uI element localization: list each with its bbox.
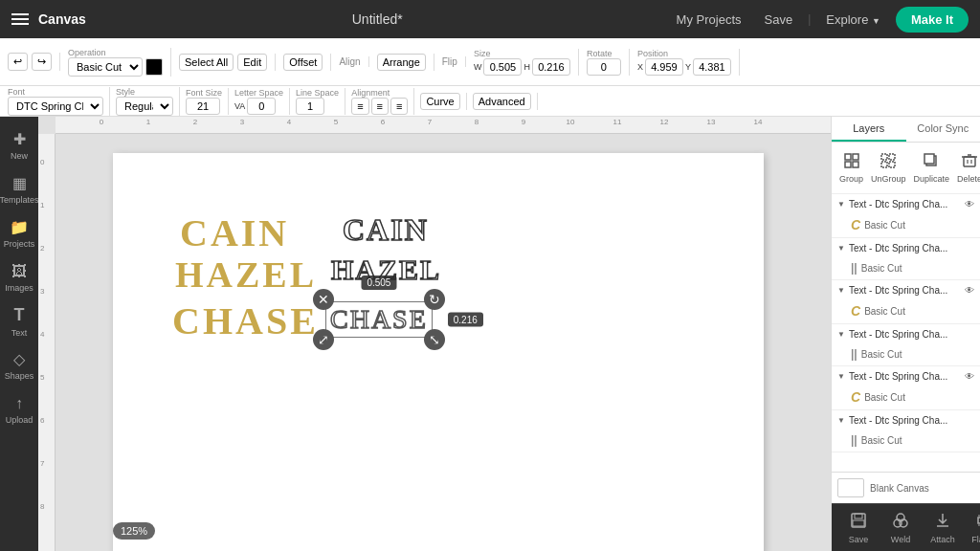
group-button[interactable]: Group (835, 148, 867, 187)
white-canvas: CAIN HAZEL CHASE CAIN HAZEL CHASE ✕ (113, 153, 764, 551)
size-h-input[interactable] (532, 58, 570, 76)
arrange-button[interactable]: Arrange (377, 54, 426, 71)
hamburger-menu[interactable] (11, 13, 29, 25)
ungroup-label: UnGroup (871, 174, 906, 184)
explore-button[interactable]: Explore ▼ (818, 9, 888, 31)
save-button[interactable]: Save (757, 9, 801, 31)
operation-select[interactable]: Basic Cut (68, 57, 143, 77)
text-cain-gold[interactable]: CAIN (180, 210, 289, 255)
ruler-num-10: 10 (567, 118, 575, 126)
duplicate-icon (923, 152, 940, 172)
delete-button[interactable]: Delete (953, 148, 980, 187)
delete-handle[interactable]: ✕ (313, 289, 334, 310)
offset-button[interactable]: Offset (283, 54, 323, 71)
text-hazel-gold[interactable]: HAZEL (175, 253, 317, 296)
letter-space-input[interactable] (247, 98, 276, 115)
align-center-button[interactable]: ≡ (371, 98, 389, 115)
layer-sub-3: C Basic Cut (832, 300, 980, 323)
topbar-center: Untitled* (352, 11, 403, 27)
app-title: Canvas (38, 11, 86, 27)
position-y-input[interactable] (693, 58, 731, 76)
align-left-button[interactable]: ≡ (351, 98, 368, 115)
sidebar-item-templates[interactable]: ▦ Templates (2, 168, 36, 210)
edit-button[interactable]: Edit (237, 54, 267, 71)
make-it-button[interactable]: Make It (896, 7, 969, 33)
flatten-icon (976, 512, 980, 533)
ruler-v-8: 8 (40, 502, 44, 511)
font-size-label: Font Size (186, 88, 222, 98)
line-space-input[interactable] (296, 98, 324, 115)
font-select[interactable]: DTC Spring Charm (8, 97, 103, 116)
selected-text-chase: CHASE (330, 304, 428, 334)
layer-header-3[interactable]: ▼ Text - Dtc Spring Cha... 👁 (832, 280, 980, 300)
ruler-v-2: 2 (40, 244, 44, 253)
curve-button[interactable]: Curve (420, 93, 459, 110)
layer-header-5[interactable]: ▼ Text - Dtc Spring Cha... 👁 (832, 366, 980, 386)
style-select[interactable]: Regular (116, 97, 173, 116)
save-bottom-icon (850, 512, 867, 533)
rotate-input[interactable] (587, 58, 621, 76)
layer-header-4[interactable]: ▼ Text - Dtc Spring Cha... (832, 324, 980, 344)
font-label: Font (8, 87, 103, 97)
svg-rect-3 (853, 162, 858, 167)
layer-eye-1[interactable]: 👁 (965, 199, 974, 209)
tab-color-sync[interactable]: Color Sync (906, 117, 981, 142)
flatten-button[interactable]: Flatten (966, 508, 980, 548)
sidebar-item-upload[interactable]: ↑ Upload (2, 388, 36, 430)
ungroup-button[interactable]: UnGroup (867, 148, 910, 187)
scale-handle[interactable]: ⤡ (424, 329, 445, 350)
size-w-label: W (474, 62, 482, 72)
font-size-group: Font Size (186, 88, 229, 115)
layer-arrow-5: ▼ (837, 372, 845, 381)
layer-sub-6: || Basic Cut (832, 430, 980, 452)
size-w-input[interactable] (483, 58, 522, 76)
layer-header-6[interactable]: ▼ Text - Dtc Spring Cha... (832, 410, 980, 430)
layer-eye-3[interactable]: 👁 (965, 285, 974, 296)
attach-icon (934, 512, 951, 533)
my-projects-button[interactable]: My Projects (669, 9, 749, 31)
flatten-label: Flatten (971, 535, 980, 544)
undo-button[interactable]: ↩ (8, 53, 28, 71)
operation-label: Operation (68, 48, 163, 57)
font-size-input[interactable] (186, 98, 220, 115)
ruler-v-6: 6 (40, 416, 44, 425)
layer-sub-icon-3: C (851, 303, 860, 319)
text-chase-outline[interactable]: CHASE ✕ ↻ ⤢ ⤡ 0.505 (325, 301, 433, 338)
rotate-handle[interactable]: ↻ (424, 289, 445, 310)
redo-button[interactable]: ↪ (32, 53, 52, 71)
text-cain-outline[interactable]: CAIN (343, 212, 429, 248)
sidebar-item-projects[interactable]: 📁 Projects (2, 212, 36, 254)
layer-header-1[interactable]: ▼ Text - Dtc Spring Cha... 👁 (832, 194, 980, 214)
advanced-button[interactable]: Advanced (473, 93, 531, 110)
sidebar-item-text[interactable]: T Text (2, 300, 36, 342)
chevron-down-icon: ▼ (872, 16, 880, 26)
font-group: Font DTC Spring Charm (8, 87, 110, 116)
sidebar-item-images[interactable]: 🖼 Images (2, 256, 36, 298)
undo-redo-group: ↩ ↪ (8, 53, 60, 71)
layer-header-2[interactable]: ▼ Text - Dtc Spring Cha... (832, 238, 980, 258)
blank-canvas-swatch[interactable] (837, 478, 864, 497)
size-h-label: H (523, 62, 530, 72)
sidebar-label-text: Text (11, 328, 28, 338)
select-all-button[interactable]: Select All (179, 54, 234, 71)
operation-color-swatch[interactable] (145, 58, 163, 76)
sidebar-item-shapes[interactable]: ◇ Shapes (2, 344, 36, 386)
ungroup-icon (880, 152, 897, 172)
canvas-area[interactable]: 0 1 2 3 4 5 6 7 8 9 10 11 12 13 14 0 1 (38, 117, 831, 551)
save-bottom-button[interactable]: Save (839, 508, 878, 548)
align-right-button[interactable]: ≡ (390, 98, 408, 115)
align-group: Align (339, 56, 368, 67)
sidebar-item-new[interactable]: ✚ New (2, 124, 36, 166)
attach-button[interactable]: Attach (924, 508, 962, 548)
tab-layers[interactable]: Layers (832, 117, 906, 142)
text-chase-gold[interactable]: CHASE (172, 298, 319, 343)
layer-eye-5[interactable]: 👁 (965, 371, 974, 382)
weld-button[interactable]: Weld (881, 508, 920, 548)
move-handle[interactable]: ⤢ (313, 329, 334, 350)
layer-sub-2: || Basic Cut (832, 258, 980, 279)
duplicate-button[interactable]: Duplicate (910, 148, 954, 187)
position-x-input[interactable] (645, 58, 683, 76)
selection-border: CHASE ✕ ↻ ⤢ ⤡ 0.505 (325, 301, 433, 338)
ruler-v-4: 4 (40, 330, 44, 339)
canvas-workspace[interactable]: CAIN HAZEL CHASE CAIN HAZEL CHASE ✕ (56, 134, 831, 551)
